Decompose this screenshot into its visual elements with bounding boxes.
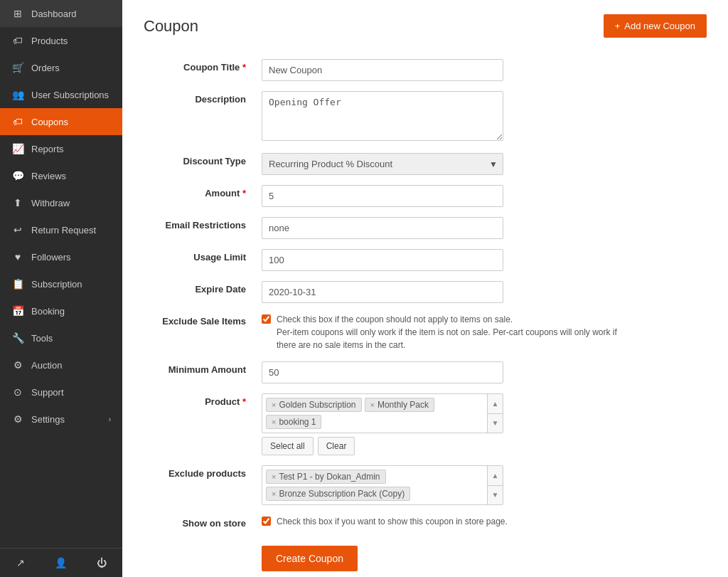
select-all-button[interactable]: Select all	[262, 437, 314, 455]
discount-type-row: Discount Type Recurring Product % Discou…	[144, 149, 707, 181]
exclude-products-row: Exclude products ×Test P1 - by Dokan_Adm…	[144, 461, 707, 511]
product-tag[interactable]: ×Golden Subscription	[266, 398, 362, 412]
orders-icon: 🛒	[11, 62, 24, 73]
products-icon: 🏷	[11, 35, 24, 46]
description-row: Description	[144, 87, 707, 149]
exclude-sale-items-cell: Check this box if the coupon should not …	[257, 309, 707, 357]
clear-button[interactable]: Clear	[318, 437, 355, 455]
sidebar-item-label: Orders	[31, 63, 111, 73]
expire-date-input[interactable]	[262, 281, 503, 303]
email-restrictions-row: Email Restrictions	[144, 213, 707, 245]
coupon-title-label: Coupon Title *	[144, 55, 257, 87]
discount-type-label: Discount Type	[144, 149, 257, 181]
sidebar-item-subscription[interactable]: 📋 Subscription	[0, 270, 122, 297]
sidebar-item-label: Reviews	[31, 171, 111, 181]
external-link-button[interactable]: ↗	[0, 549, 41, 577]
reports-icon: 📈	[11, 143, 24, 154]
sidebar-item-label: Tools	[31, 333, 111, 344]
sidebar-item-label: Support	[31, 387, 111, 398]
product-tag[interactable]: ×booking 1	[266, 415, 321, 429]
exclude-product-tag[interactable]: ×Test P1 - by Dokan_Admin	[266, 470, 386, 484]
product-actions: Select all Clear	[262, 437, 702, 455]
amount-cell	[257, 181, 707, 213]
required-marker: *	[242, 62, 246, 73]
settings-icon: ⚙	[11, 413, 24, 425]
expire-date-cell	[257, 277, 707, 309]
show-on-store-row: Show on store Check this box if you want…	[144, 511, 707, 534]
product-tag[interactable]: ×Monthly Pack	[365, 398, 434, 412]
sidebar-item-label: Booking	[31, 306, 111, 317]
discount-type-select[interactable]: Recurring Product % Discount Percentage …	[262, 153, 503, 175]
expire-date-label: Expire Date	[144, 277, 257, 309]
sidebar: ⊞ Dashboard 🏷 Products 🛒 Orders 👥 User S…	[0, 0, 122, 577]
sidebar-item-settings[interactable]: ⚙ Settings ›	[0, 406, 122, 433]
scroll-up-arrow[interactable]: ▲	[488, 394, 503, 414]
sidebar-item-booking[interactable]: 📅 Booking	[0, 297, 122, 324]
email-restrictions-label: Email Restrictions	[144, 213, 257, 245]
exclude-sale-items-row: Exclude Sale Items Check this box if the…	[144, 309, 707, 357]
sidebar-item-reviews[interactable]: 💬 Reviews	[0, 162, 122, 189]
exclude-sale-items-checkbox[interactable]	[262, 314, 271, 324]
coupons-icon: 🏷	[11, 116, 24, 127]
sidebar-item-user-subscriptions[interactable]: 👥 User Subscriptions	[0, 81, 122, 108]
sidebar-item-auction[interactable]: ⚙ Auction	[0, 351, 122, 379]
dashboard-icon: ⊞	[11, 8, 24, 19]
coupon-title-row: Coupon Title *	[144, 55, 707, 87]
exclude-product-tag[interactable]: ×Bronze Subscription Pack (Copy)	[266, 487, 410, 501]
sidebar-item-label: Reports	[31, 144, 111, 154]
subscription-icon: 📋	[11, 278, 24, 290]
chevron-right-icon: ›	[109, 415, 111, 423]
user-profile-button[interactable]: 👤	[41, 549, 81, 577]
sidebar-item-followers[interactable]: ♥ Followers	[0, 243, 122, 270]
sidebar-item-tools[interactable]: 🔧 Tools	[0, 324, 122, 351]
show-on-store-checkbox[interactable]	[262, 517, 271, 526]
amount-input[interactable]	[262, 185, 503, 207]
product-label: Product *	[144, 389, 257, 461]
usage-limit-cell	[257, 245, 707, 277]
sidebar-item-dashboard[interactable]: ⊞ Dashboard	[0, 0, 122, 27]
auction-icon: ⚙	[11, 359, 24, 371]
email-restrictions-input[interactable]	[262, 217, 503, 239]
exclude-products-label: Exclude products	[144, 461, 257, 511]
sidebar-item-withdraw[interactable]: ⬆ Withdraw	[0, 189, 122, 216]
scroll-up-arrow[interactable]: ▲	[488, 466, 503, 486]
minimum-amount-cell	[257, 357, 707, 389]
amount-row: Amount *	[144, 181, 707, 213]
description-cell	[257, 87, 707, 149]
sidebar-item-label: Auction	[31, 360, 111, 371]
product-row: Product * ×Golden Subscription×Monthly P…	[144, 389, 707, 461]
coupon-title-cell	[257, 55, 707, 87]
sidebar-item-coupons[interactable]: 🏷 Coupons	[0, 108, 122, 135]
show-on-store-label: Show on store	[144, 511, 257, 534]
page-header: Coupon + Add new Coupon	[144, 14, 707, 38]
sidebar-item-label: Settings	[31, 414, 102, 425]
scroll-down-arrow[interactable]: ▼	[488, 486, 503, 505]
support-icon: ⊙	[11, 386, 24, 398]
sidebar-item-support[interactable]: ⊙ Support	[0, 379, 122, 406]
coupon-title-input[interactable]	[262, 59, 503, 81]
create-coupon-row: Create Coupon	[144, 534, 707, 577]
coupon-form: Coupon Title * Description Discount Type	[144, 55, 707, 577]
exclude-sale-items-description: Check this box if the coupon should not …	[277, 313, 617, 351]
sidebar-item-orders[interactable]: 🛒 Orders	[0, 54, 122, 81]
reviews-icon: 💬	[11, 170, 24, 181]
sidebar-footer: ↗ 👤 ⏻	[0, 548, 122, 577]
exclude-products-multi-select: ×Test P1 - by Dokan_Admin×Bronze Subscri…	[262, 465, 503, 505]
remove-tag-icon[interactable]: ×	[272, 489, 276, 498]
sidebar-item-products[interactable]: 🏷 Products	[0, 27, 122, 54]
create-coupon-button[interactable]: Create Coupon	[262, 546, 358, 571]
remove-tag-icon[interactable]: ×	[272, 401, 276, 409]
description-label: Description	[144, 87, 257, 149]
description-input[interactable]	[262, 91, 503, 141]
remove-tag-icon[interactable]: ×	[370, 401, 375, 409]
minimum-amount-input[interactable]	[262, 361, 503, 383]
usage-limit-input[interactable]	[262, 249, 503, 271]
sidebar-item-reports[interactable]: 📈 Reports	[0, 135, 122, 162]
required-marker: *	[242, 396, 246, 407]
logout-button[interactable]: ⏻	[82, 549, 122, 577]
scroll-down-arrow[interactable]: ▼	[488, 414, 503, 433]
remove-tag-icon[interactable]: ×	[272, 418, 276, 426]
add-new-coupon-button[interactable]: + Add new Coupon	[604, 14, 707, 38]
sidebar-item-return-request[interactable]: ↩ Return Request	[0, 216, 122, 243]
remove-tag-icon[interactable]: ×	[272, 472, 276, 481]
